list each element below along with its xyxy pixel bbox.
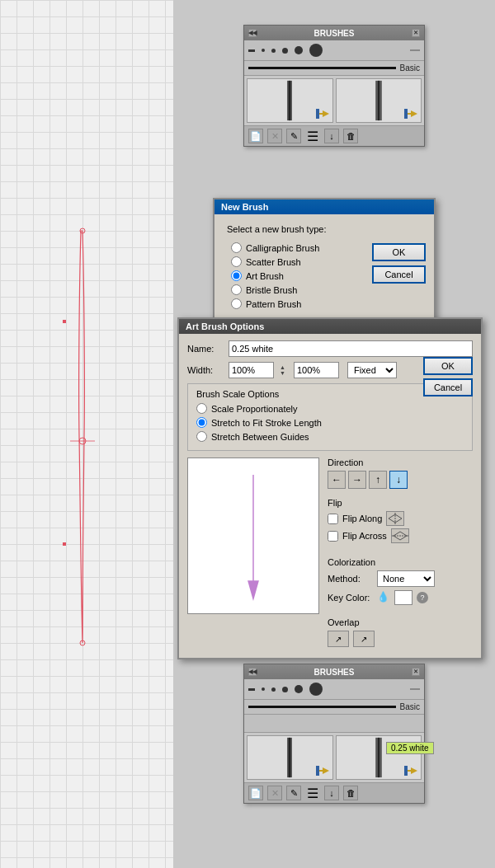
dir-right-btn[interactable]: → <box>348 471 366 489</box>
method-label: Method: <box>328 574 373 584</box>
panel-menu-icon-bottom[interactable]: ☰ <box>305 786 320 800</box>
flip-along-icon <box>386 511 404 526</box>
preview-and-options: Direction ← → ↑ ↓ Flip Flip Along <box>187 457 473 651</box>
direction-arrows: ← → ↑ ↓ <box>328 471 473 489</box>
brush-preset-1[interactable] <box>248 49 255 52</box>
art-brush-ok-btn[interactable]: OK <box>423 357 473 375</box>
dir-down-btn[interactable]: ↓ <box>389 471 408 489</box>
radio-art-input[interactable] <box>231 270 242 281</box>
svg-rect-12 <box>378 81 380 120</box>
svg-rect-24 <box>316 766 319 776</box>
brush-preview-area-bottom <box>244 733 424 782</box>
brush-preset-2[interactable] <box>262 49 265 52</box>
new-brush-cancel-btn[interactable]: Cancel <box>372 265 426 284</box>
panel-close-icon[interactable]: ✕ <box>412 29 420 37</box>
svg-rect-26 <box>378 738 380 777</box>
panel-double-arrow[interactable]: ◀◀ <box>248 29 257 37</box>
art-brush-cancel-btn[interactable]: Cancel <box>423 378 473 396</box>
key-color-label: Key Color: <box>328 593 373 603</box>
name-input[interactable] <box>229 340 473 357</box>
close-icons[interactable]: ✕ <box>412 29 420 37</box>
art-brush-name-row: Name: <box>187 340 473 357</box>
width-input-2[interactable] <box>294 362 339 378</box>
key-color-swatch[interactable] <box>394 590 412 605</box>
radio-calligraphic-input[interactable] <box>231 242 242 253</box>
new-brush-icon-bottom[interactable]: 📄 <box>248 786 263 800</box>
panel-menu-icon[interactable]: ☰ <box>305 129 320 143</box>
dir-up-btn[interactable]: ↑ <box>369 471 387 489</box>
apply-brush-icon-bottom[interactable]: ↓ <box>324 786 339 800</box>
brush-preview-item-1[interactable] <box>247 78 333 123</box>
help-icon[interactable]: ? <box>417 592 428 603</box>
method-select[interactable]: None <box>377 570 435 587</box>
width-input-1[interactable] <box>229 362 274 378</box>
svg-rect-21 <box>289 738 290 777</box>
scale-guides-input[interactable] <box>196 431 207 442</box>
brush-preset-3[interactable] <box>271 49 276 53</box>
trash-brush-icon-bottom[interactable]: 🗑 <box>343 786 358 800</box>
options-brush-icon-bottom[interactable]: ✎ <box>286 786 301 800</box>
brush-stroke-basic-row-bottom: Basic <box>244 700 424 715</box>
panel-double-arrow-bottom[interactable]: ◀◀ <box>248 668 257 676</box>
close-icons-bottom[interactable]: ✕ <box>412 668 420 676</box>
options-brush-icon[interactable]: ✎ <box>286 129 301 143</box>
new-brush-title: New Brush <box>221 202 268 212</box>
delete-brush-icon-bottom[interactable]: ✕ <box>267 786 282 800</box>
brushes-scrollbar-bottom[interactable] <box>410 688 420 690</box>
svg-rect-4 <box>63 320 66 323</box>
radio-calligraphic-label: Calligraphic Brush <box>246 243 319 253</box>
overlap-section: Overlap ↗ ↗ <box>328 617 473 647</box>
trash-brush-icon[interactable]: 🗑 <box>343 129 358 143</box>
svg-rect-5 <box>63 542 66 546</box>
brush-preset-b2[interactable] <box>262 687 265 691</box>
scale-proportionate-radio[interactable]: Scale Proportionately <box>196 403 464 414</box>
overlap-btn-1[interactable]: ↗ <box>328 631 349 647</box>
brush-preset-b3[interactable] <box>271 687 276 692</box>
new-brush-body: Select a new brush type: Calligraphic Br… <box>214 214 434 322</box>
brush-preset-b1[interactable] <box>248 688 255 691</box>
new-brush-ok-btn[interactable]: OK <box>372 243 426 261</box>
svg-marker-17 <box>248 580 259 601</box>
width-up-arrow[interactable]: ▲ <box>280 364 285 370</box>
brush-preview-item-b1[interactable] <box>247 735 333 780</box>
brush-preset-b5[interactable] <box>295 685 303 693</box>
scale-guides-radio[interactable]: Stretch Between Guides <box>196 431 464 442</box>
radio-pattern[interactable]: Pattern Brush <box>231 298 422 309</box>
brushes-panel-top: ◀◀ BRUSHES ✕ Basic <box>243 25 425 147</box>
radio-bristle-input[interactable] <box>231 284 242 295</box>
brush-preset-b6[interactable] <box>309 683 323 696</box>
radio-pattern-label: Pattern Brush <box>246 299 301 309</box>
titlebar-icons-bottom[interactable]: ◀◀ <box>248 668 257 676</box>
flip-along-label: Flip Along <box>342 514 382 523</box>
scale-stretch-radio[interactable]: Stretch to Fit Stroke Length <box>196 417 464 428</box>
width-stepper[interactable]: ▲ ▼ <box>280 364 285 376</box>
colorization-title: Colorization <box>328 557 473 567</box>
dir-left-btn[interactable]: ← <box>328 471 346 489</box>
new-brush-icon[interactable]: 📄 <box>248 129 263 143</box>
brush-preset-4[interactable] <box>282 48 288 54</box>
radio-pattern-input[interactable] <box>231 298 242 309</box>
overlap-btn-2[interactable]: ↗ <box>353 631 375 647</box>
radio-bristle[interactable]: Bristle Brush <box>231 284 422 295</box>
flip-along-checkbox[interactable] <box>328 514 338 524</box>
delete-brush-icon[interactable]: ✕ <box>267 129 282 143</box>
scale-stretch-input[interactable] <box>196 417 207 428</box>
brush-preset-5[interactable] <box>295 46 303 54</box>
brush-preview-item-2[interactable] <box>336 78 422 123</box>
brushes-scrollbar[interactable] <box>410 49 420 51</box>
flip-across-checkbox[interactable] <box>328 531 338 542</box>
apply-brush-icon[interactable]: ↓ <box>324 129 339 143</box>
scale-proportionate-input[interactable] <box>196 403 207 414</box>
radio-scatter-input[interactable] <box>231 256 242 267</box>
width-down-arrow[interactable]: ▼ <box>280 370 285 376</box>
artwork-shape[interactable] <box>58 223 107 651</box>
flip-across-icon <box>391 528 409 543</box>
name-label: Name: <box>187 344 224 354</box>
brush-preset-6[interactable] <box>309 44 323 57</box>
brush-preset-b4[interactable] <box>282 687 288 692</box>
fixed-select[interactable]: Fixed <box>347 362 397 378</box>
panel-toolbar-bottom: 📄 ✕ ✎ ☰ ↓ 🗑 <box>244 782 424 803</box>
panel-close-icon-bottom[interactable]: ✕ <box>412 668 420 676</box>
new-brush-prompt: Select a new brush type: <box>227 224 422 234</box>
eyedropper-icon[interactable]: 💧 <box>377 591 390 604</box>
